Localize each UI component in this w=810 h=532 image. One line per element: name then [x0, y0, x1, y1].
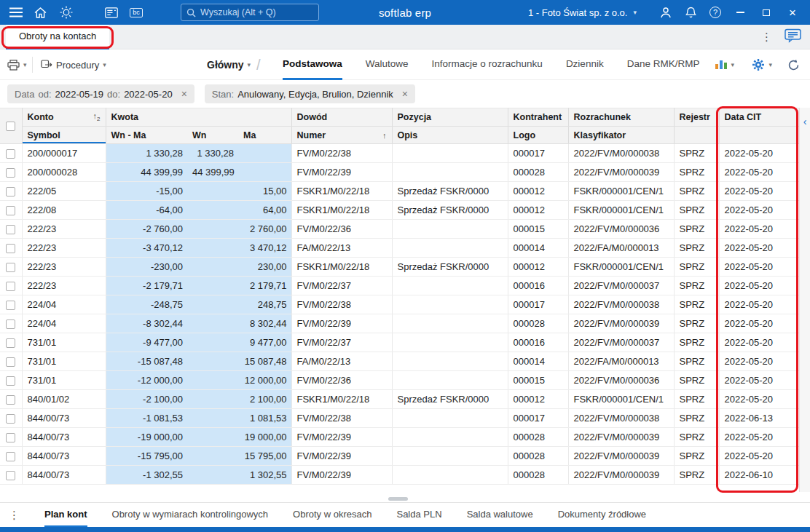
- cell-logo[interactable]: 000028: [508, 447, 568, 466]
- cell-wn[interactable]: [187, 333, 238, 352]
- column-header-numer[interactable]: Numer↑: [291, 127, 392, 144]
- cell-logo[interactable]: 000015: [508, 220, 568, 239]
- cell-wn-ma[interactable]: 44 399,99: [106, 163, 187, 182]
- cell-numer[interactable]: FV/M0/22/37: [291, 277, 392, 295]
- cell-opis[interactable]: [392, 277, 508, 295]
- column-header-kontrahent[interactable]: Kontrahent: [508, 108, 568, 127]
- cell-logo[interactable]: 000017: [508, 295, 568, 314]
- column-header-opis[interactable]: Opis: [392, 127, 508, 144]
- column-header-dowod[interactable]: Dowód: [291, 108, 392, 127]
- cell-ma[interactable]: 12 000,00: [238, 371, 291, 390]
- cell-logo[interactable]: 000028: [508, 314, 568, 333]
- cell-klasyfikator[interactable]: 2022/FA/M0/000013: [568, 239, 674, 258]
- cell-data-cit[interactable]: 2022-05-20: [719, 428, 799, 447]
- cell-symbol[interactable]: 222/23: [22, 277, 106, 295]
- search-input[interactable]: [200, 7, 318, 17]
- cell-ma[interactable]: 1 081,53: [238, 409, 291, 428]
- cell-ma[interactable]: 9 477,00: [238, 333, 291, 352]
- table-row[interactable]: 222/23 -230,00 230,00 FSKR1/M0/22/18 Spr…: [0, 258, 799, 277]
- cell-symbol[interactable]: 222/23: [22, 258, 106, 277]
- cell-wn[interactable]: 1 330,28: [187, 144, 238, 163]
- bottom-tab-obroty-w-okresach[interactable]: Obroty w okresach: [293, 503, 371, 528]
- cell-ma[interactable]: 1 302,55: [238, 466, 291, 485]
- print-button[interactable]: ▾: [7, 49, 27, 80]
- row-checkbox[interactable]: [6, 225, 15, 234]
- cell-rejestr[interactable]: SPRZ: [674, 277, 719, 295]
- table-row[interactable]: 222/08 -64,00 64,00 FSKR1/M0/22/18 Sprze…: [0, 201, 799, 220]
- window-minimize-button[interactable]: [731, 0, 749, 25]
- cell-logo[interactable]: 000016: [508, 333, 568, 352]
- cell-data-cit[interactable]: 2022-05-20: [719, 447, 799, 466]
- cell-logo[interactable]: 000014: [508, 352, 568, 371]
- cell-data-cit[interactable]: 2022-05-20: [719, 314, 799, 333]
- table-row[interactable]: 844/00/73 -1 302,55 1 302,55 FV/M0/22/39…: [0, 466, 799, 485]
- cell-data-cit[interactable]: 2022-05-20: [719, 239, 799, 258]
- cell-klasyfikator[interactable]: 2022/FV/M0/000039: [568, 447, 674, 466]
- cell-opis[interactable]: [392, 239, 508, 258]
- cell-numer[interactable]: FV/M0/22/39: [291, 314, 392, 333]
- row-checkbox[interactable]: [6, 452, 15, 461]
- cell-wn[interactable]: [187, 258, 238, 277]
- filter-chip-date[interactable]: Data od: 2022-05-19 do: 2022-05-20 ×: [7, 84, 194, 103]
- column-header-konto[interactable]: Konto ↑2: [22, 108, 106, 127]
- cell-ma[interactable]: 15,00: [238, 182, 291, 201]
- row-checkbox[interactable]: [6, 149, 15, 159]
- cell-rejestr[interactable]: SPRZ: [674, 314, 719, 333]
- cell-numer[interactable]: FV/M0/22/38: [291, 409, 392, 428]
- row-checkbox[interactable]: [6, 244, 15, 253]
- column-header-rejestr[interactable]: Rejestr: [674, 108, 719, 127]
- splitter-handle[interactable]: [388, 497, 408, 501]
- table-row[interactable]: 731/01 -15 087,48 15 087,48 FA/M0/22/13 …: [0, 352, 799, 371]
- cell-rejestr[interactable]: SPRZ: [674, 295, 719, 314]
- bottom-tab-obroty-w-wymiarach[interactable]: Obroty w wymiarach kontrolingowych: [112, 503, 269, 528]
- cell-data-cit[interactable]: 2022-05-20: [719, 277, 799, 295]
- cell-rejestr[interactable]: SPRZ: [674, 239, 719, 258]
- cell-opis[interactable]: [392, 352, 508, 371]
- cell-wn-ma[interactable]: -1 302,55: [106, 466, 187, 485]
- cell-ma[interactable]: 230,00: [238, 258, 291, 277]
- table-row[interactable]: 222/05 -15,00 15,00 FSKR1/M0/22/18 Sprze…: [0, 182, 799, 201]
- filter-chip-state[interactable]: Stan: Anulowany, Edycja, Brulion, Dzienn…: [205, 84, 415, 103]
- tab-informacje-o-rozrachunku[interactable]: Informacje o rozrachunku: [432, 49, 543, 80]
- grid-settings-button[interactable]: ▾: [752, 49, 772, 80]
- cell-opis[interactable]: Sprzedaż FSKR/0000: [392, 201, 508, 220]
- cell-wn[interactable]: 44 399,99: [187, 163, 238, 182]
- cell-numer[interactable]: FSKR1/M0/22/18: [291, 258, 392, 277]
- table-row[interactable]: 840/01/02 -2 100,00 2 100,00 FSKR1/M0/22…: [0, 390, 799, 409]
- cell-wn-ma[interactable]: -3 470,12: [106, 239, 187, 258]
- cell-wn[interactable]: [187, 466, 238, 485]
- cell-data-cit[interactable]: 2022-05-20: [719, 163, 799, 182]
- bottom-tab-plan-kont[interactable]: Plan kont: [44, 503, 87, 528]
- cell-numer[interactable]: FV/M0/22/36: [291, 371, 392, 390]
- table-row[interactable]: 222/23 -2 760,00 2 760,00 FV/M0/22/36 00…: [0, 220, 799, 239]
- cell-numer[interactable]: FV/M0/22/38: [291, 144, 392, 163]
- cell-rejestr[interactable]: SPRZ: [674, 163, 719, 182]
- settings-icon[interactable]: [57, 0, 76, 25]
- cell-rejestr[interactable]: SPRZ: [674, 428, 719, 447]
- cell-symbol[interactable]: 222/23: [22, 239, 106, 258]
- cell-wn[interactable]: [187, 447, 238, 466]
- column-header-ma[interactable]: Ma: [238, 127, 291, 144]
- cell-data-cit[interactable]: 2022-05-20: [719, 182, 799, 201]
- cell-data-cit[interactable]: 2022-05-20: [719, 352, 799, 371]
- cell-wn-ma[interactable]: -12 000,00: [106, 371, 187, 390]
- cell-opis[interactable]: [392, 220, 508, 239]
- row-checkbox[interactable]: [6, 395, 15, 405]
- feedback-chat-icon[interactable]: [785, 28, 801, 43]
- cell-rejestr[interactable]: SPRZ: [674, 182, 719, 201]
- row-checkbox[interactable]: [6, 301, 15, 310]
- cell-wn[interactable]: [187, 277, 238, 295]
- cell-data-cit[interactable]: 2022-06-10: [719, 466, 799, 485]
- cell-opis[interactable]: [392, 144, 508, 163]
- select-all-checkbox-cell[interactable]: [0, 108, 22, 144]
- table-row[interactable]: 844/00/73 -19 000,00 19 000,00 FV/M0/22/…: [0, 428, 799, 447]
- cell-rejestr[interactable]: SPRZ: [674, 352, 719, 371]
- row-checkbox[interactable]: [6, 206, 15, 215]
- cell-wn-ma[interactable]: -2 179,71: [106, 277, 187, 295]
- cell-logo[interactable]: 000017: [508, 144, 568, 163]
- cell-klasyfikator[interactable]: 2022/FV/M0/000038: [568, 295, 674, 314]
- cell-rejestr[interactable]: SPRZ: [674, 409, 719, 428]
- table-row[interactable]: 224/04 -248,75 248,75 FV/M0/22/38 000017…: [0, 295, 799, 314]
- cell-numer[interactable]: FV/M0/22/39: [291, 466, 392, 485]
- right-panel-strip[interactable]: ‹: [799, 108, 810, 492]
